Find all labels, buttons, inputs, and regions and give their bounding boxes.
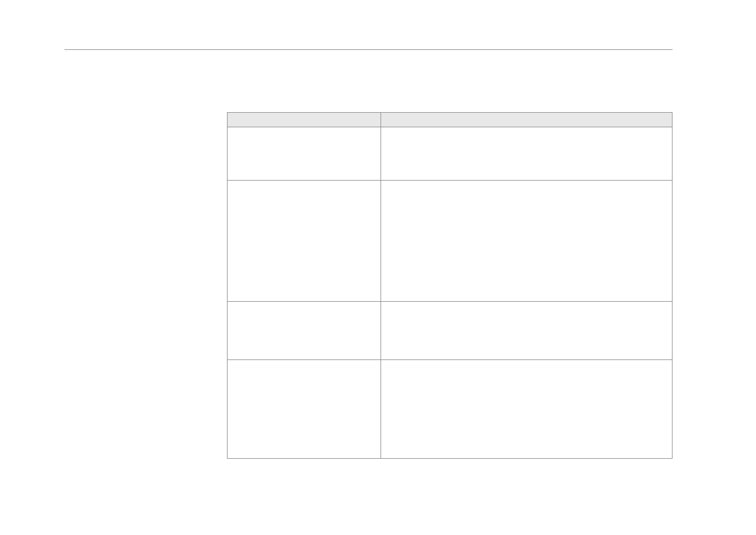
table-row (228, 302, 672, 360)
table-cell (381, 302, 672, 360)
table-header-cell-1 (228, 113, 381, 127)
table-cell (381, 181, 672, 302)
table-row (228, 127, 672, 181)
table-cell (228, 181, 381, 302)
table-cell (381, 127, 672, 181)
table-cell (381, 360, 672, 459)
table-cell (228, 127, 381, 181)
table-cell (228, 360, 381, 459)
table-header-cell-2 (381, 113, 672, 127)
main-table-container (227, 112, 672, 459)
table-cell (228, 302, 381, 360)
table-row (228, 360, 672, 459)
table-header-row (228, 113, 672, 127)
header-divider (64, 49, 672, 50)
main-table (227, 112, 672, 459)
table-row (228, 181, 672, 302)
